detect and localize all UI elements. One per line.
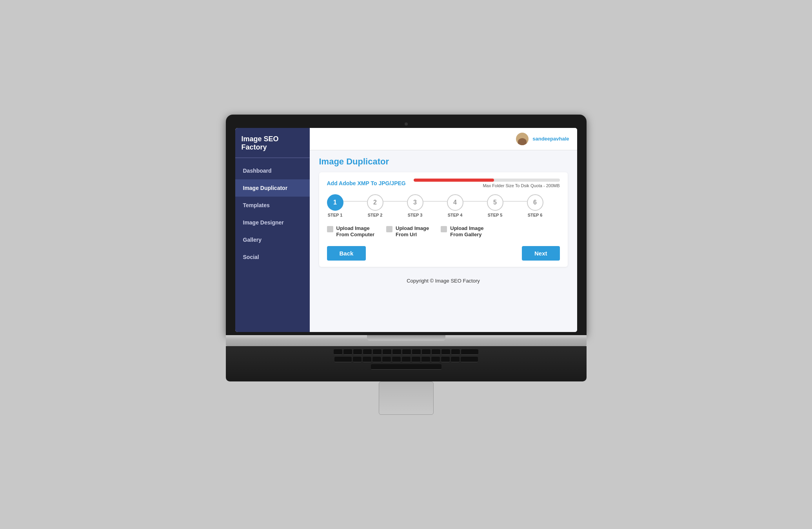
progress-bar-fill — [414, 179, 494, 182]
key — [422, 349, 431, 355]
footer-copyright: Copyright © Image SEO Factory — [319, 272, 568, 285]
step-label-6: STEP 6 — [528, 213, 543, 217]
key — [363, 349, 372, 355]
step-circle-4: 4 — [447, 194, 463, 211]
step-label-2: STEP 2 — [368, 213, 383, 217]
step-circle-5: 5 — [487, 194, 503, 211]
key — [334, 349, 342, 355]
sidebar: Image SEO Factory Dashboard Image Duplic… — [235, 128, 310, 332]
username: sandeepavhale — [532, 136, 569, 142]
key — [372, 357, 381, 362]
key — [451, 349, 460, 355]
sidebar-nav: Dashboard Image Duplicator Templates Ima… — [235, 158, 310, 266]
step-circle-6: 6 — [527, 194, 543, 211]
key — [392, 357, 401, 362]
step-5: 5 STEP 5 — [487, 194, 503, 217]
upload-option-computer[interactable]: Upload ImageFrom Computer — [327, 225, 375, 239]
main-content: sandeepavhale Image Duplicator Add Adobe… — [310, 128, 577, 332]
key — [421, 357, 430, 362]
step-label-4: STEP 4 — [448, 213, 463, 217]
key — [383, 349, 391, 355]
key — [343, 349, 352, 355]
main-card: Add Adobe XMP To JPG/JPEG Max Folder Siz… — [319, 172, 568, 267]
sidebar-item-social[interactable]: Social — [235, 248, 310, 266]
key — [382, 357, 391, 362]
tab-label[interactable]: Add Adobe XMP To JPG/JPEG — [327, 180, 406, 186]
key — [334, 357, 352, 362]
page-title: Image Duplicator — [319, 157, 568, 167]
step-label-3: STEP 3 — [408, 213, 423, 217]
step-connector-3-4 — [423, 201, 447, 202]
laptop-base — [226, 335, 587, 346]
key — [451, 357, 460, 362]
upload-option-gallery-label: Upload ImageFrom Gallery — [450, 225, 483, 239]
checkbox-gallery[interactable] — [441, 226, 447, 232]
key — [461, 357, 478, 362]
step-circle-1: 1 — [327, 194, 343, 211]
laptop-keyboard — [226, 346, 587, 381]
keyboard-row-1 — [238, 349, 575, 355]
progress-bar-track — [414, 179, 560, 182]
upload-option-computer-label: Upload ImageFrom Computer — [336, 225, 375, 239]
key — [412, 357, 420, 362]
checkbox-url[interactable] — [386, 226, 392, 232]
upload-option-gallery[interactable]: Upload ImageFrom Gallery — [441, 225, 483, 239]
touchpad[interactable] — [379, 381, 434, 415]
step-connector-2-3 — [383, 201, 407, 202]
keyboard-row-2 — [238, 357, 575, 362]
key — [412, 349, 421, 355]
laptop-screen: Image SEO Factory Dashboard Image Duplic… — [235, 128, 577, 332]
sidebar-item-image-duplicator[interactable]: Image Duplicator — [235, 179, 310, 197]
key — [441, 349, 450, 355]
checkbox-computer[interactable] — [327, 226, 333, 232]
key — [353, 349, 362, 355]
actions-row: Back Next — [327, 246, 560, 261]
step-2: 2 STEP 2 — [367, 194, 383, 217]
key — [431, 357, 440, 362]
step-label-5: STEP 5 — [488, 213, 503, 217]
step-label-1: STEP 1 — [328, 213, 343, 217]
sidebar-brand: Image SEO Factory — [235, 128, 310, 158]
camera — [405, 122, 408, 126]
key — [353, 357, 361, 362]
step-connector-5-6 — [503, 201, 527, 202]
keyboard-row-3 — [238, 364, 575, 370]
back-button[interactable]: Back — [327, 246, 366, 261]
sidebar-item-templates[interactable]: Templates — [235, 197, 310, 214]
next-button[interactable]: Next — [522, 246, 560, 261]
step-1: 1 STEP 1 — [327, 194, 343, 217]
spacebar — [371, 364, 441, 370]
key — [432, 349, 440, 355]
sidebar-item-image-designer[interactable]: Image Designer — [235, 214, 310, 231]
topbar: sandeepavhale — [310, 128, 577, 150]
progress-area: Max Folder Size To Dsik Quota - 200MB — [414, 179, 560, 188]
step-connector-1-2 — [343, 201, 367, 202]
key — [363, 357, 371, 362]
sidebar-item-gallery[interactable]: Gallery — [235, 231, 310, 248]
laptop-frame: Image SEO Factory Dashboard Image Duplic… — [226, 115, 587, 415]
progress-label: Max Folder Size To Dsik Quota - 200MB — [414, 183, 560, 188]
key — [392, 349, 401, 355]
progress-section: Add Adobe XMP To JPG/JPEG Max Folder Siz… — [327, 179, 560, 188]
key — [461, 349, 478, 355]
avatar — [516, 133, 529, 145]
upload-option-url[interactable]: Upload ImageFrom Url — [386, 225, 429, 239]
key — [402, 349, 411, 355]
step-6: 6 STEP 6 — [527, 194, 543, 217]
step-3: 3 STEP 3 — [407, 194, 423, 217]
step-connector-4-5 — [463, 201, 487, 202]
sidebar-item-dashboard[interactable]: Dashboard — [235, 162, 310, 179]
steps-row: 1 STEP 1 2 STEP 2 3 STEP 3 — [327, 194, 560, 217]
step-circle-3: 3 — [407, 194, 423, 211]
key — [373, 349, 381, 355]
screen-bezel: Image SEO Factory Dashboard Image Duplic… — [226, 115, 587, 335]
key — [402, 357, 411, 362]
upload-option-url-label: Upload ImageFrom Url — [396, 225, 429, 239]
step-4: 4 STEP 4 — [447, 194, 463, 217]
step-circle-2: 2 — [367, 194, 383, 211]
key — [441, 357, 450, 362]
page-body: Image Duplicator Add Adobe XMP To JPG/JP… — [310, 150, 577, 332]
upload-options: Upload ImageFrom Computer Upload ImageFr… — [327, 225, 560, 239]
